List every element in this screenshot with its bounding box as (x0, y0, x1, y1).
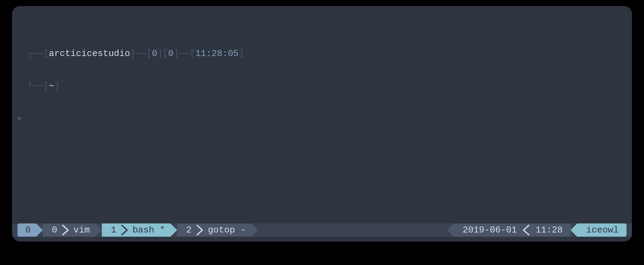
chevron-right-icon (62, 223, 69, 237)
terminal-output[interactable]: ┌──[arcticicestudio]──[0][0]──[11:28:05]… (12, 6, 632, 242)
prompt-jobs: 0 (168, 48, 174, 59)
tmux-window-index: 2 (186, 223, 192, 237)
tmux-status-bar: 0 0 vim 1 bash * 2 gotop - 2019-06-01 (12, 223, 632, 237)
prompt-line-2: └──[~] (27, 81, 617, 92)
tmux-window-index: 0 (52, 223, 57, 237)
tmux-status-right: 2019-06-01 11:28 iceowl (454, 223, 627, 237)
tmux-window-flag: * (154, 223, 165, 237)
prompt-line-3[interactable]: ▶ (27, 113, 617, 124)
chevron-left-icon (523, 223, 530, 237)
tmux-hostname: iceowl (586, 223, 619, 237)
prompt-char-icon: ▶ (18, 115, 22, 123)
chevron-right-icon (196, 223, 203, 237)
prompt-cwd: ~ (49, 81, 54, 91)
tmux-window-2[interactable]: 2 gotop - (177, 223, 251, 237)
tmux-window-0[interactable]: 0 vim (43, 223, 95, 237)
prompt-user: arcticicestudio (49, 48, 130, 59)
tmux-window-name: vim (73, 223, 90, 237)
tmux-window-flag: - (235, 223, 246, 237)
tmux-date-segment: 2019-06-01 11:28 (454, 223, 571, 237)
tmux-window-name: gotop (208, 223, 235, 237)
terminal-window: ┌──[arcticicestudio]──[0][0]──[11:28:05]… (12, 6, 632, 242)
prompt-time: 11:28:05 (195, 48, 239, 59)
tmux-window-name: bash (133, 223, 154, 237)
chevron-right-icon (121, 223, 128, 237)
tmux-clock: 11:28 (536, 223, 563, 237)
tmux-date: 2019-06-01 (463, 223, 517, 237)
tmux-session-segment[interactable]: 0 (17, 223, 36, 237)
prompt-exit-code: 0 (152, 48, 157, 59)
tmux-window-index: 1 (111, 223, 116, 237)
tmux-host-segment: iceowl (577, 223, 627, 237)
tmux-session-name: 0 (25, 223, 31, 237)
tmux-window-1-current[interactable]: 1 bash * (102, 223, 170, 237)
prompt-line-1: ┌──[arcticicestudio]──[0][0]──[11:28:05] (27, 48, 617, 59)
